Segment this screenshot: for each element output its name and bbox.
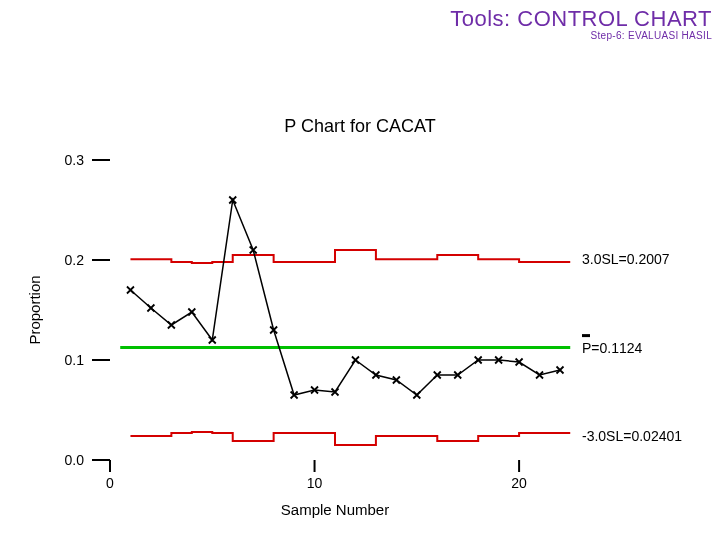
lcl-label: -3.0SL=0.02401 [582, 428, 682, 444]
center-line-label: P=0.1124 [582, 340, 643, 356]
slide-header: Tools: CONTROL CHART Step-6: EVALUASI HA… [450, 6, 712, 41]
y-tick-label: 0.0 [65, 452, 85, 468]
ucl-label: 3.0SL=0.2007 [582, 251, 670, 267]
x-tick-label: 10 [307, 475, 323, 491]
data-line [130, 200, 560, 395]
y-axis-label: Proportion [26, 275, 43, 344]
chart-svg: 0.00.10.20.301020ProportionSample Number… [0, 60, 720, 540]
data-point [168, 322, 175, 329]
data-point [413, 392, 420, 399]
data-point [188, 309, 195, 316]
ucl-line [130, 250, 570, 263]
lcl-line [130, 432, 570, 445]
x-tick-label: 20 [511, 475, 527, 491]
data-point [147, 305, 154, 312]
slide-title: Tools: CONTROL CHART [450, 6, 712, 32]
x-tick-label: 0 [106, 475, 114, 491]
control-chart: P Chart for CACAT 0.00.10.20.301020Propo… [0, 60, 720, 540]
x-axis-label: Sample Number [281, 501, 389, 518]
y-tick-label: 0.2 [65, 252, 85, 268]
data-point [352, 357, 359, 364]
y-tick-label: 0.3 [65, 152, 85, 168]
data-point [127, 287, 134, 294]
y-tick-label: 0.1 [65, 352, 85, 368]
